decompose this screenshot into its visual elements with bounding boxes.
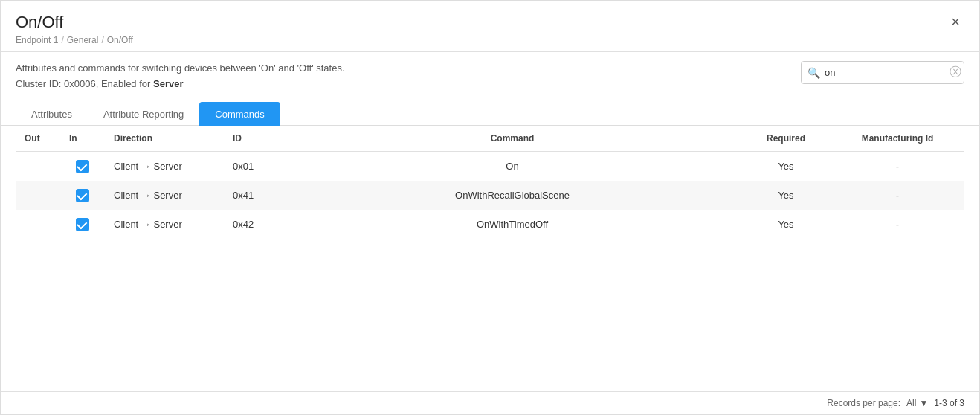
cell-mfg-id: -: [831, 210, 964, 239]
col-header-direction: Direction: [105, 126, 224, 152]
breadcrumb-sep-1: /: [61, 35, 63, 45]
cell-id: 0x41: [224, 181, 283, 210]
cell-in[interactable]: [60, 152, 105, 181]
tab-attribute-reporting[interactable]: Attribute Reporting: [88, 102, 199, 126]
cell-in[interactable]: [60, 181, 105, 210]
description-line2-prefix: Cluster ID: 0x0006, Enabled for: [16, 78, 153, 89]
page-range: 1-3 of 3: [934, 398, 964, 408]
tab-commands[interactable]: Commands: [199, 102, 280, 126]
description-line1: Attributes and commands for switching de…: [16, 61, 345, 77]
cell-mfg-id: -: [831, 181, 964, 210]
cell-mfg-id: -: [831, 152, 964, 181]
close-button[interactable]: ×: [947, 13, 964, 30]
search-icon: 🔍: [807, 67, 820, 79]
col-header-out: Out: [16, 126, 60, 152]
col-header-command: Command: [283, 126, 741, 152]
cell-command: OnWithRecallGlobalScene: [283, 181, 741, 210]
table-row: Client → Server0x42OnWithTimedOffYes-: [16, 210, 964, 239]
checkbox-in[interactable]: [69, 160, 96, 173]
cell-direction: Client → Server: [105, 210, 224, 239]
breadcrumb-onoff: On/Off: [107, 35, 133, 45]
checkbox-checked-icon: [76, 189, 89, 202]
description-text: Attributes and commands for switching de…: [16, 61, 345, 92]
table-header-row: Out In Direction ID Command Required Man…: [16, 126, 964, 152]
checkbox-in[interactable]: [69, 218, 96, 231]
table-row: Client → Server0x01OnYes-: [16, 152, 964, 181]
checkbox-checked-icon: [76, 160, 89, 173]
cell-out: [16, 181, 60, 210]
tab-attributes[interactable]: Attributes: [16, 102, 88, 126]
col-header-mfg-id: Manufacturing Id: [831, 126, 964, 152]
dialog: On/Off Endpoint 1 / General / On/Off × A…: [0, 0, 980, 415]
col-header-in: In: [60, 126, 105, 152]
cell-id: 0x01: [224, 152, 283, 181]
cell-id: 0x42: [224, 210, 283, 239]
breadcrumb-general: General: [67, 35, 99, 45]
footer: Records per page: All ▼ 1-3 of 3: [1, 391, 979, 414]
cell-direction: Client → Server: [105, 181, 224, 210]
cell-in[interactable]: [60, 210, 105, 239]
dialog-title: On/Off: [16, 13, 133, 32]
description-line2: Cluster ID: 0x0006, Enabled for Server: [16, 77, 345, 92]
chevron-down-icon: ▼: [919, 398, 928, 408]
cell-required: Yes: [741, 210, 831, 239]
breadcrumb: Endpoint 1 / General / On/Off: [16, 35, 133, 45]
records-per-page-label: Records per page:: [827, 398, 900, 408]
checkbox-in[interactable]: [69, 189, 96, 202]
per-page-dropdown[interactable]: All ▼: [906, 398, 928, 408]
description-line2-bold: Server: [153, 78, 183, 89]
commands-table: Out In Direction ID Command Required Man…: [16, 126, 964, 239]
table-container: Out In Direction ID Command Required Man…: [1, 126, 979, 391]
breadcrumb-sep-2: /: [101, 35, 103, 45]
search-clear-button[interactable]: ⓧ: [950, 65, 961, 80]
dialog-header-left: On/Off Endpoint 1 / General / On/Off: [16, 13, 133, 45]
search-input[interactable]: [825, 67, 950, 78]
cell-out: [16, 152, 60, 181]
cell-direction: Client → Server: [105, 152, 224, 181]
table-row: Client → Server0x41OnWithRecallGlobalSce…: [16, 181, 964, 210]
per-page-value: All: [906, 398, 916, 408]
cell-command: OnWithTimedOff: [283, 210, 741, 239]
breadcrumb-endpoint: Endpoint 1: [16, 35, 58, 45]
cell-out: [16, 210, 60, 239]
cell-required: Yes: [741, 181, 831, 210]
col-header-id: ID: [224, 126, 283, 152]
dialog-header: On/Off Endpoint 1 / General / On/Off ×: [1, 1, 979, 52]
tabs: Attributes Attribute Reporting Commands: [1, 92, 979, 126]
checkbox-checked-icon: [76, 218, 89, 231]
table-body: Client → Server0x01OnYes-Client → Server…: [16, 152, 964, 239]
cell-command: On: [283, 152, 741, 181]
cell-required: Yes: [741, 152, 831, 181]
search-box: 🔍 ⓧ: [801, 61, 964, 84]
description-area: Attributes and commands for switching de…: [1, 52, 979, 92]
col-header-required: Required: [741, 126, 831, 152]
